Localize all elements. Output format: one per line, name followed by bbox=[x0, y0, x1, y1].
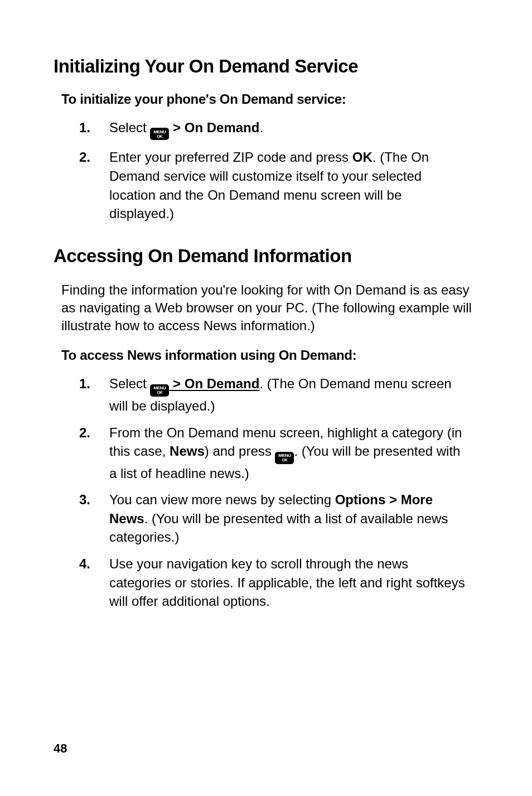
step-text: Use your navigation key to scroll throug… bbox=[109, 556, 465, 609]
step-tail: . (You will be presented with a list of … bbox=[109, 511, 448, 545]
subhead-initialize: To initialize your phone's On Demand ser… bbox=[61, 91, 487, 107]
menu-ok-icon: MENUOK bbox=[150, 384, 169, 397]
step-3: You can view more news by selecting Opti… bbox=[79, 490, 465, 547]
step-1: Select MENUOK > On Demand. bbox=[79, 118, 465, 141]
step-text: Enter your preferred ZIP code and press bbox=[109, 149, 352, 165]
step-tail: . bbox=[259, 120, 263, 135]
menu-ok-icon: MENUOK bbox=[275, 452, 294, 464]
subhead-access-news: To access News information using On Dema… bbox=[61, 348, 487, 363]
heading-initializing: Initializing Your On Demand Service bbox=[54, 56, 487, 77]
step-bold-underline: > On Demand bbox=[169, 376, 259, 391]
steps-access: Select MENUOK > On Demand. (The On Deman… bbox=[79, 374, 465, 610]
step-2: From the On Demand menu screen, highligh… bbox=[79, 423, 465, 483]
page-number: 48 bbox=[54, 741, 67, 756]
step-mid: ) and press bbox=[205, 443, 275, 459]
step-bold: OK bbox=[352, 149, 373, 165]
step-bold: News bbox=[170, 443, 205, 459]
menu-ok-icon: MENUOK bbox=[150, 128, 169, 140]
body-accessing: Finding the information you're looking f… bbox=[61, 281, 481, 335]
step-text: Select bbox=[109, 376, 150, 391]
step-bold: > On Demand bbox=[169, 120, 259, 135]
step-2: Enter your preferred ZIP code and press … bbox=[79, 148, 465, 223]
step-4: Use your navigation key to scroll throug… bbox=[79, 554, 465, 611]
step-text: Select bbox=[109, 120, 150, 135]
step-1: Select MENUOK > On Demand. (The On Deman… bbox=[79, 374, 465, 415]
page-content: Initializing Your On Demand Service To i… bbox=[0, 0, 532, 611]
steps-initialize: Select MENUOK > On Demand. Enter your pr… bbox=[79, 118, 465, 223]
heading-accessing: Accessing On Demand Information bbox=[54, 245, 487, 267]
step-text: You can view more news by selecting bbox=[109, 492, 335, 507]
